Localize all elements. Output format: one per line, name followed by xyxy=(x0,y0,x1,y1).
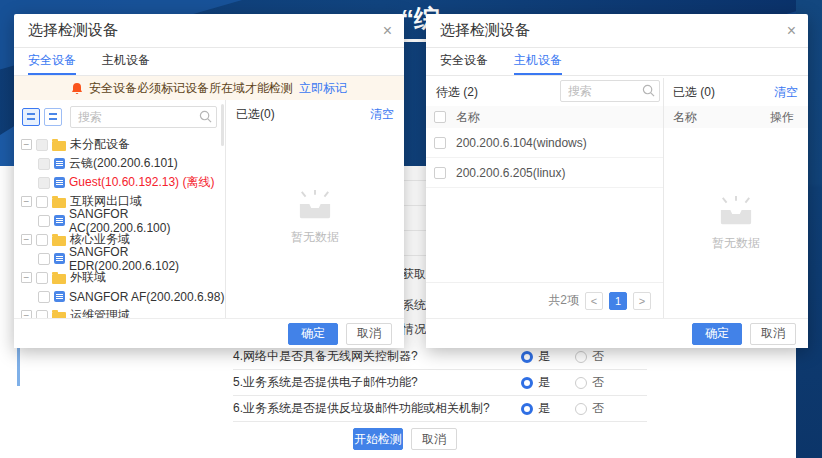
background-text-fragment: 系统 xyxy=(402,297,428,314)
name-column-header: 名称 xyxy=(673,109,697,126)
table-row[interactable]: 200.200.6.205(linux) xyxy=(426,158,663,188)
action-column-header: 操作 xyxy=(770,109,794,126)
checkbox[interactable] xyxy=(38,215,50,227)
selected-devices-panel: 已选(0) 清空 暂无数据 xyxy=(226,100,404,318)
tree-row[interactable]: 未分配设备 xyxy=(21,135,225,154)
tab-security-devices[interactable]: 安全设备 xyxy=(28,48,76,75)
radio-yes-label: 是 xyxy=(538,400,550,417)
folder-icon xyxy=(52,236,66,246)
prev-page-button[interactable]: < xyxy=(585,292,603,310)
radio-yes[interactable] xyxy=(521,377,533,389)
cancel-button[interactable]: 取消 xyxy=(411,428,457,450)
radio-yes-label: 是 xyxy=(538,374,550,391)
radio-no-label: 否 xyxy=(592,400,604,417)
empty-box-icon xyxy=(292,189,338,223)
tab-security-devices[interactable]: 安全设备 xyxy=(440,48,488,75)
start-detection-button[interactable]: 开始检测 xyxy=(353,428,403,450)
checkbox[interactable] xyxy=(434,167,446,179)
empty-text: 暂无数据 xyxy=(712,235,760,252)
tree-row[interactable]: SANGFOR AC(200.200.6.100) xyxy=(21,211,225,230)
mark-now-link[interactable]: 立即标记 xyxy=(299,80,347,97)
select-device-dialog-host: 选择检测设备 × 安全设备 主机设备 待选 (2) 已选 (0) 清空 名称 2… xyxy=(426,14,808,348)
ok-button[interactable]: 确定 xyxy=(288,323,338,345)
collapse-icon[interactable] xyxy=(21,234,32,245)
question-row-5: 5.业务系统是否提供电子邮件功能? 是 否 xyxy=(233,370,647,396)
folder-icon xyxy=(52,274,66,284)
clear-link[interactable]: 清空 xyxy=(774,84,798,101)
folder-icon xyxy=(52,141,66,151)
list-header-row: 待选 (2) 已选 (0) 清空 xyxy=(426,78,808,106)
selected-count-label: 已选(0) xyxy=(236,106,275,123)
collapse-icon[interactable] xyxy=(21,139,32,150)
radio-yes[interactable] xyxy=(521,403,533,415)
checkbox[interactable] xyxy=(36,272,48,284)
radio-no[interactable] xyxy=(575,403,587,415)
collapse-icon[interactable] xyxy=(21,196,32,207)
device-icon xyxy=(54,158,65,169)
clear-link[interactable]: 清空 xyxy=(370,106,394,123)
tree-row[interactable]: 云镜(200.200.6.101) xyxy=(21,154,225,173)
warning-bar: 安全设备必须标记设备所在域才能检测 立即标记 xyxy=(14,76,404,100)
collapse-icon[interactable] xyxy=(21,310,32,318)
bell-icon xyxy=(71,82,83,95)
dialog-title: 选择检测设备 xyxy=(28,21,383,40)
tree-row[interactable]: SANGFOR AF(200.200.6.98) xyxy=(21,287,225,306)
pending-devices-table: 名称 200.200.6.104(windows) 200.200.6.205(… xyxy=(426,106,663,188)
scrollbar[interactable] xyxy=(221,104,224,146)
radio-no[interactable] xyxy=(575,377,587,389)
selected-devices-panel: 名称 操作 暂无数据 xyxy=(664,106,808,318)
selected-count-label: 已选 (0) xyxy=(673,84,715,101)
tree-row[interactable]: Guest(10.60.192.13) (离线) xyxy=(21,173,225,192)
close-icon[interactable]: × xyxy=(787,23,796,39)
warning-text: 安全设备必须标记设备所在域才能检测 xyxy=(89,80,293,97)
checkbox[interactable] xyxy=(434,137,446,149)
search-icon xyxy=(199,110,212,123)
list-view-icon[interactable] xyxy=(44,108,62,126)
background-table-lines xyxy=(403,180,427,280)
tree-row[interactable]: 运维管理域 xyxy=(21,306,225,318)
dialog-header: 选择检测设备 × xyxy=(14,14,404,48)
question-label: 5.业务系统是否提供电子邮件功能? xyxy=(233,374,418,391)
tree-toolbar xyxy=(14,100,225,132)
search-input[interactable] xyxy=(70,106,217,128)
ok-button[interactable]: 确定 xyxy=(692,323,742,345)
tree-view-icon[interactable] xyxy=(22,108,40,126)
select-all-checkbox[interactable] xyxy=(434,111,446,123)
total-count-label: 共2项 xyxy=(548,292,579,309)
cancel-button[interactable]: 取消 xyxy=(346,323,392,345)
question-label: 4.网络中是否具备无线网关控制器? xyxy=(233,348,418,365)
next-page-button[interactable]: > xyxy=(633,292,651,310)
checkbox xyxy=(38,177,50,189)
dialog-tabs: 安全设备 主机设备 xyxy=(14,48,404,76)
radio-yes[interactable] xyxy=(521,351,533,363)
checkbox xyxy=(36,139,48,151)
checkbox[interactable] xyxy=(36,310,48,319)
device-icon xyxy=(54,215,65,226)
checkbox[interactable] xyxy=(38,291,50,303)
tab-host-devices[interactable]: 主机设备 xyxy=(514,48,562,75)
search-icon xyxy=(642,84,655,97)
tab-host-devices[interactable]: 主机设备 xyxy=(102,48,150,75)
folder-icon xyxy=(52,198,66,208)
device-icon xyxy=(54,253,65,264)
radio-no-label: 否 xyxy=(592,348,604,365)
background-text-fragment: 情况? xyxy=(402,321,428,338)
checkbox[interactable] xyxy=(36,234,48,246)
questionnaire: 4.网络中是否具备无线网关控制器? 是 否 5.业务系统是否提供电子邮件功能? … xyxy=(233,344,647,422)
radio-yes-label: 是 xyxy=(538,348,550,365)
tree-row[interactable]: SANGFOR EDR(200.200.6.102) xyxy=(21,249,225,268)
dialog-footer: 确定 取消 xyxy=(14,318,404,348)
pending-count-label: 待选 (2) xyxy=(436,84,478,101)
radio-no[interactable] xyxy=(575,351,587,363)
cancel-button[interactable]: 取消 xyxy=(750,323,796,345)
pagination: 共2项 < 1 > xyxy=(426,282,663,318)
checkbox xyxy=(38,158,50,170)
checkbox[interactable] xyxy=(38,253,50,265)
checkbox[interactable] xyxy=(36,196,48,208)
empty-state: 暂无数据 xyxy=(236,123,394,312)
table-row[interactable]: 200.200.6.104(windows) xyxy=(426,128,663,158)
close-icon[interactable]: × xyxy=(383,23,392,39)
collapse-icon[interactable] xyxy=(21,272,32,283)
dialog-tabs: 安全设备 主机设备 xyxy=(426,48,808,76)
page-1-button[interactable]: 1 xyxy=(609,292,627,310)
